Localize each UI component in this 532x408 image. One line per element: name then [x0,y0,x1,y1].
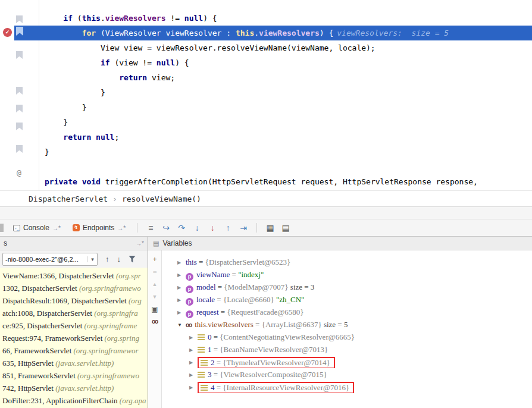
run-to-cursor-icon[interactable]: ⇥ [236,223,251,233]
param-icon: p [186,273,193,281]
variable-row[interactable]: ▶prequest = {RequestFacade@6580} [162,306,532,318]
menu-icon[interactable]: ≡ [143,223,158,233]
tab-console[interactable]: ›_ Console →* [7,219,67,236]
chevron-down-icon[interactable]: ▾ [87,256,97,262]
expand-arrow-icon[interactable]: ▶ [177,281,186,293]
show-execution-point-icon[interactable]: ↪ [158,223,174,233]
expand-arrow-icon[interactable]: ▶ [189,356,198,368]
clipped-icon [0,224,4,232]
code-line[interactable]: return null; [0,130,532,145]
variable-row[interactable]: ▶pmodel = {ModelMap@7007} size = 3 [162,281,532,293]
variable-row[interactable]: ▶2 = {ThymeleafViewResolver@7014} [162,356,532,368]
move-up-icon[interactable]: ▲ [152,281,158,288]
expand-arrow-icon[interactable]: ▶ [177,269,186,281]
remove-watch-icon[interactable]: − [152,268,157,275]
variable-row[interactable]: ▼oothis.viewResolvers = {ArrayList@6637}… [162,318,532,331]
add-watch-icon[interactable]: + [152,256,157,263]
code-token [91,133,96,142]
stack-frame-row[interactable]: 66, FrameworkServlet (org.springframewor [0,344,148,357]
code-line[interactable]: return view; [0,70,532,85]
code-token: if [63,14,73,23]
code-line[interactable]: } [0,85,532,100]
code-line[interactable]: } [0,100,532,115]
frame-package: (org.springframewo [79,284,141,293]
variable-row[interactable]: ▶3 = {ViewResolverComposite@7015} [162,368,532,381]
code-token: } [101,88,105,97]
variable-row[interactable]: ▶1 = {BeanNameViewResolver@7013} [162,343,532,356]
stack-frame-row[interactable]: ce:925, DispatcherServlet (org.springfra… [0,319,148,332]
equals-sign: = [230,270,238,279]
stack-frame-row[interactable]: 742, HttpServlet (javax.servlet.http) [0,382,148,394]
code-token: triggerAfterCompletion(HttpServletReques… [101,177,478,186]
stack-frame-row[interactable]: DoFilter:231, ApplicationFilterChain (or… [0,394,148,407]
step-into-icon[interactable]: ↓ [189,223,205,233]
filter-frames-icon[interactable] [129,256,136,263]
variable-row[interactable]: ▶0 = {ContentNegotiatingViewResolver@666… [162,331,532,343]
stack-frame-row[interactable]: 1302, DispatcherServlet (org.springframe… [0,282,148,294]
stack-frame-row[interactable]: Request:974, FrameworkServlet (org.sprin… [0,332,148,344]
code-token: View view = viewResolver.resolveViewName… [101,43,375,52]
stack-frame-row[interactable]: atch:1008, DispatcherServlet (org.spring… [0,307,148,319]
toolbar-right-icons: ▦▤ [262,223,293,233]
step-over-icon[interactable]: ↷ [174,223,189,233]
breadcrumb-item-class[interactable]: DispatcherServlet [29,194,108,203]
code-token: void [82,177,101,186]
variable-value: {ModelMap@7007} [224,283,288,291]
expand-arrow-icon[interactable]: ▶ [189,331,198,343]
frame-package: (org.springfra [94,309,138,318]
expand-arrow-icon[interactable]: ▶ [189,381,198,393]
code-line[interactable]: View view = viewResolver.resolveViewName… [0,40,532,55]
code-line[interactable]: for (ViewResolver viewResolver : this.vi… [0,26,532,40]
grid-icon[interactable]: ▦ [262,223,278,233]
expand-arrow-icon[interactable]: ▶ [177,256,186,268]
frame-package: (org.spr [116,271,141,280]
variable-row[interactable]: ▶4 = {InternalResourceViewResolver@7016} [162,381,532,393]
frame-location: DispatchResult:1069, DispatcherServlet [2,296,129,305]
tab-endpoints[interactable]: ↯ Endpoints →* [67,219,132,236]
previous-frame-button[interactable]: ↑ [105,255,109,263]
breadcrumb-item-method[interactable]: resolveViewName() [122,194,201,203]
stack-frame-row[interactable]: ViewName:1366, DispatcherServlet (org.sp… [0,269,148,282]
thread-selector[interactable]: -nio-8080-exec-2"@6,2... ▾ [2,253,98,266]
copy-icon[interactable]: ▣ [151,306,158,313]
collapse-arrow-icon[interactable]: ▼ [177,319,186,331]
code-line[interactable]: } [0,115,532,130]
code-line[interactable]: } [0,145,532,159]
stack-frame-row[interactable]: DispatchResult:1069, DispatcherServlet (… [0,294,148,307]
variable-name: this.viewResolvers [195,320,254,329]
variable-row[interactable]: ▶plocale = {Locale@6660} "zh_CN" [162,293,532,306]
variables-tree[interactable]: ▶this = {DispatcherServlet@6523}▶pviewNa… [162,250,532,408]
equals-sign: = [212,332,220,341]
stack-frame-row[interactable]: 635, HttpServlet (javax.servlet.http) [0,357,148,369]
code-line[interactable]: if (view != null) { [0,55,532,70]
variable-name: model [196,283,216,291]
code-line[interactable]: private void triggerAfterCompletion(Http… [0,174,532,189]
variables-panel: ▤ Variables +−▲▼▣oo ▶this = {DispatcherS… [148,237,532,408]
next-frame-button[interactable]: ↓ [117,255,121,263]
layout-icon[interactable]: ▤ [278,223,293,233]
endpoints-icon: ↯ [73,224,80,231]
variable-row[interactable]: ▶this = {DispatcherServlet@6523} [162,256,532,268]
move-down-icon[interactable]: ▼ [152,293,158,300]
variable-content: prequest = {RequestFacade@6580} [186,306,304,318]
variable-value: {ArrayList@6637} [262,320,322,329]
thread-selector-value: -nio-8080-exec-2"@6,2... [3,256,87,263]
expand-arrow-icon[interactable]: ▶ [177,294,186,306]
breakpoint-icon[interactable]: ✓ [3,28,12,37]
variable-content: 3 = {ViewResolverComposite@7015} [198,368,327,381]
stack-frame-row[interactable]: 851, FrameworkServlet (org.springframewo [0,369,148,382]
new-watch-icon[interactable]: oo [152,318,158,325]
code-token: this [82,14,101,23]
code-editor[interactable]: if (this.viewResolvers != null) { for (V… [0,0,532,190]
code-line[interactable]: if (this.viewResolvers != null) { [0,11,532,26]
frames-list[interactable]: ViewName:1366, DispatcherServlet (org.sp… [0,268,148,408]
force-step-into-icon[interactable]: ↓ [205,223,220,233]
variable-row[interactable]: ▶pviewName = "indexj" [162,268,532,281]
expand-arrow-icon[interactable]: ▶ [177,306,186,318]
debug-tool-window: s →* -nio-8080-exec-2"@6,2... ▾ ↑ ↓ View… [0,237,532,408]
expand-arrow-icon[interactable]: ▶ [189,344,198,356]
expand-arrow-icon[interactable]: ▶ [189,369,198,381]
frame-package: (org [129,296,142,305]
code-line[interactable] [0,159,532,174]
step-out-icon[interactable]: ↑ [220,223,236,233]
